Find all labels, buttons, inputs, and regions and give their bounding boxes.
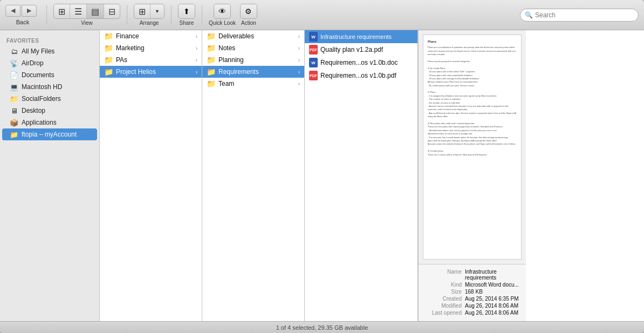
modified-value: Aug 26, 2014 8:06 AM [465, 303, 518, 309]
info-kind-row: Kind Microsoft Word docu... [424, 282, 520, 288]
airdrop-icon: 📡 [10, 59, 18, 67]
finder-window: ◀ ▶ Back ⊞ ☰ ▤ ⊟ View ⊞ ▼ Arrange [0, 0, 644, 333]
arrange-btn[interactable]: ⊞ [134, 4, 150, 18]
col3-requirements-doc-label: Requiremen...os v1.0b.doc [320, 59, 398, 66]
sidebar-item-label: Macintosh HD [22, 83, 62, 91]
sidebar-item-macintosh-hd[interactable]: 💻 Macintosh HD [2, 81, 97, 93]
col1-marketing[interactable]: 📁 Marketing › [100, 42, 202, 54]
separator-1 [46, 5, 47, 25]
search-input[interactable] [535, 11, 634, 19]
share-icon: ⬆ [178, 4, 195, 19]
view-cover-btn[interactable]: ⊟ [104, 4, 120, 18]
modified-label: Modified [424, 303, 462, 309]
col3-requirements-doc[interactable]: W Requiremen...os v1.0b.doc [305, 56, 417, 69]
col1-project-helios-label: Project Helios [116, 68, 156, 76]
separator-2 [127, 5, 127, 25]
folder-icon: 📁 [104, 56, 113, 64]
view-list-btn[interactable]: ☰ [70, 4, 87, 18]
col2-deliverables-label: Deliverables [218, 32, 254, 40]
file-info: Name Infrastructure requirements Kind Mi… [419, 264, 526, 321]
back-label: Back [16, 19, 29, 25]
folder-icon: 📁 [104, 44, 113, 52]
arrange-dropdown[interactable]: ▼ [150, 4, 164, 18]
forward-button[interactable]: ▶ [22, 5, 37, 17]
sidebar-item-documents[interactable]: 📄 Documents [2, 69, 97, 81]
sidebar-item-label: SocialFolders [22, 95, 61, 103]
col2-planning[interactable]: 📁 Planning › [202, 54, 304, 66]
folder-icon: 📁 [104, 67, 113, 76]
share-label: Share [180, 20, 194, 26]
pdf-icon: PDF [309, 45, 318, 55]
action-icon: ⚙ [240, 4, 257, 19]
nav-buttons: ◀ ▶ [5, 5, 37, 17]
sidebar-item-desktop[interactable]: 🖥 Desktop [2, 105, 97, 117]
lastopened-value: Aug 26, 2014 8:06 AM [465, 310, 518, 316]
sidebar-item-label: Desktop [22, 107, 45, 114]
separator-3 [171, 5, 172, 25]
sidebar-item-label: Applications [22, 119, 57, 126]
col3-infrastructure-label: Infrastructure requirements [320, 33, 392, 40]
sidebar-item-applications[interactable]: 📦 Applications [2, 117, 97, 128]
info-size-row: Size 168 KB [424, 289, 520, 295]
action-group[interactable]: ⚙ Action [240, 4, 257, 26]
chevron-icon: › [196, 69, 197, 75]
toolbar: ◀ ▶ Back ⊞ ☰ ▤ ⊟ View ⊞ ▼ Arrange [0, 0, 644, 30]
col2-planning-label: Planning [218, 56, 244, 64]
sidebar-item-label: Documents [22, 71, 54, 79]
col2-notes[interactable]: 📁 Notes › [202, 42, 304, 54]
chevron-icon: › [298, 81, 300, 87]
col3-requirements-pdf[interactable]: PDF Requiremen...os v1.0b.pdf [305, 69, 417, 82]
name-value: Infrastructure requirements [465, 269, 520, 281]
view-buttons: ⊞ ☰ ▤ ⊟ [53, 4, 120, 19]
column-3: W Infrastructure requirements PDF Qualit… [305, 30, 418, 321]
info-created-row: Created Aug 25, 2014 6:35 PM [424, 296, 520, 302]
word-doc-icon: W [309, 32, 318, 42]
sidebar-item-label: ftopia – myAccount [22, 131, 77, 138]
lastopened-label: Last opened [424, 310, 462, 316]
col1-finance[interactable]: 📁 Finance › [100, 30, 202, 42]
status-bar: 1 of 4 selected, 29.35 GB available [0, 321, 644, 333]
sidebar-item-airdrop[interactable]: 📡 AirDrop [2, 57, 97, 69]
view-icon-btn[interactable]: ⊞ [54, 4, 70, 18]
search-bar[interactable]: 🔍 [520, 9, 639, 22]
name-label: Name [424, 269, 462, 275]
col1-project-helios[interactable]: 📁 Project Helios › [100, 66, 202, 78]
view-column-btn[interactable]: ▤ [87, 4, 104, 18]
created-value: Aug 25, 2014 6:35 PM [465, 296, 519, 302]
col1-marketing-label: Marketing [116, 44, 145, 52]
share-group[interactable]: ⬆ Share [178, 4, 195, 26]
info-lastopened-row: Last opened Aug 26, 2014 8:06 AM [424, 310, 520, 316]
quicklook-label: Quick Look [209, 20, 236, 26]
kind-value: Microsoft Word docu... [465, 282, 519, 288]
sidebar-item-all-my-files[interactable]: 🗂 All My Files [2, 45, 97, 57]
size-value: 168 KB [465, 289, 483, 295]
folder-icon: 📁 [207, 32, 216, 40]
quicklook-group[interactable]: 👁 Quick Look [209, 4, 236, 26]
applications-icon: 📦 [10, 118, 18, 127]
col2-requirements[interactable]: 📁 Requirements › [202, 66, 304, 78]
chevron-icon: › [298, 57, 300, 63]
chevron-icon: › [196, 45, 197, 51]
folder-icon: 📁 [207, 67, 216, 76]
col2-deliverables[interactable]: 📁 Deliverables › [202, 30, 304, 42]
col1-pas[interactable]: 📁 PAs › [100, 54, 202, 66]
col2-team[interactable]: 📁 Team › [202, 78, 304, 90]
col3-infrastructure[interactable]: W Infrastructure requirements [305, 30, 417, 43]
col3-quality-plan[interactable]: PDF Quality plan v1.2a.pdf [305, 43, 417, 56]
size-label: Size [424, 289, 462, 295]
sidebar-item-label: All My Files [22, 47, 54, 55]
col1-finance-label: Finance [116, 32, 139, 40]
sidebar-item-social-folders[interactable]: 📁 SocialFolders [2, 93, 97, 105]
col3-quality-label: Quality plan v1.2a.pdf [320, 46, 383, 53]
folder-icon: 📁 [207, 56, 216, 64]
col2-team-label: Team [218, 80, 234, 87]
view-label: View [81, 20, 93, 26]
doc-text: Plans are a combination of quantities an… [428, 46, 517, 157]
action-label: Action [241, 20, 256, 26]
arrange-group: ⊞ ▼ Arrange [134, 4, 165, 26]
back-button[interactable]: ◀ [5, 5, 20, 17]
sidebar-item-ftopia[interactable]: 📁 ftopia – myAccount [2, 128, 97, 140]
search-icon: 🔍 [525, 11, 533, 19]
chevron-icon: › [298, 33, 300, 39]
info-name-row: Name Infrastructure requirements [424, 269, 520, 281]
